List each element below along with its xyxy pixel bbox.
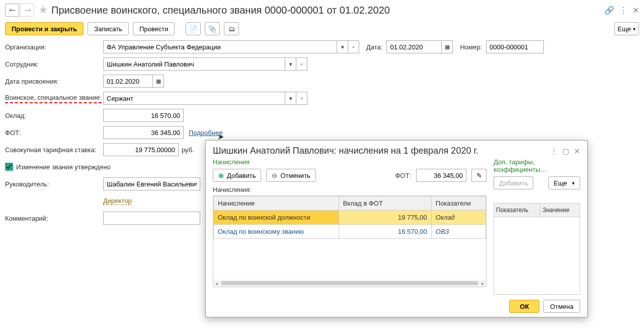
- tariff-label: Совокупная тарифная ставка:: [5, 146, 103, 154]
- org-dropdown-icon[interactable]: ▾: [337, 40, 348, 53]
- manager-label: Руководитель:: [5, 180, 103, 188]
- org-label: Организация:: [5, 43, 103, 51]
- edit-button[interactable]: ✎: [471, 169, 487, 182]
- number-input[interactable]: [486, 40, 544, 53]
- manager-position-link[interactable]: Директор: [103, 197, 132, 205]
- assign-date-input[interactable]: [103, 75, 153, 88]
- cancel-dialog-button[interactable]: Отмена: [543, 300, 580, 313]
- accruals-table[interactable]: Начисление Вклад в ФОТ Показатели Оклад …: [213, 195, 487, 287]
- attach-icon-button[interactable]: 📎: [205, 22, 220, 35]
- link-icon[interactable]: 🔗: [604, 6, 614, 15]
- popup-fot-input[interactable]: [416, 169, 466, 182]
- popup-maximize-icon[interactable]: ▢: [562, 147, 569, 155]
- assign-date-calendar-icon[interactable]: ▦: [153, 75, 164, 88]
- details-link[interactable]: Подробнее: [189, 129, 222, 137]
- fot-input[interactable]: [103, 126, 184, 139]
- table-row[interactable]: Оклад по воинскому званию 16 570,00 ОВЗ: [214, 225, 486, 239]
- rank-dropdown-icon[interactable]: ▾: [285, 92, 296, 105]
- popup-close-icon[interactable]: ✕: [574, 147, 580, 155]
- salary-input[interactable]: [103, 109, 184, 122]
- post-button[interactable]: Провести: [133, 22, 175, 35]
- popup-cancel-button[interactable]: ⊖Отменить: [266, 169, 315, 182]
- salary-label: Оклад:: [5, 112, 103, 119]
- favorite-icon[interactable]: ★: [38, 4, 48, 17]
- date-calendar-icon[interactable]: ▦: [442, 40, 453, 53]
- indicators-table[interactable]: Показатель Значение: [494, 203, 580, 295]
- manager-input[interactable]: [103, 177, 200, 190]
- ok-button[interactable]: ОК: [509, 300, 539, 313]
- popup-more-button[interactable]: Еще: [548, 176, 580, 189]
- forward-button[interactable]: 🡒: [20, 4, 34, 17]
- col-fot: Вклад в ФОТ: [339, 196, 431, 211]
- employee-dropdown-icon[interactable]: ▾: [285, 57, 296, 71]
- date-label: Дата:: [366, 43, 382, 51]
- col-value: Значение: [540, 204, 580, 217]
- popup-add-button[interactable]: ⊕Добавить: [213, 169, 261, 182]
- rank-open-icon[interactable]: ▫: [296, 92, 307, 105]
- date-input[interactable]: [386, 40, 442, 53]
- more-button[interactable]: Еще: [614, 22, 639, 35]
- tariff-input[interactable]: [103, 143, 179, 156]
- pencil-icon: ✎: [476, 172, 482, 179]
- more-icon[interactable]: ⋮: [619, 6, 627, 15]
- col-accrual: Начисление: [214, 196, 339, 211]
- org-input[interactable]: [103, 40, 337, 53]
- rank-input[interactable]: [103, 92, 285, 105]
- fot-label: ФОТ:: [5, 129, 103, 137]
- print-icon-button[interactable]: 🗂: [224, 22, 239, 35]
- post-close-button[interactable]: Провести и закрыть: [5, 22, 84, 35]
- rank-label: Воинское, специальное звание:: [5, 94, 103, 103]
- window-title: Присвоение воинского, специального звани…: [51, 5, 599, 16]
- accruals-section-label: Начисления: [213, 158, 487, 166]
- org-open-icon[interactable]: ▫: [348, 40, 359, 53]
- col-indicators: Показатели: [431, 196, 486, 211]
- col-indicator: Показатель: [494, 204, 540, 217]
- plus-icon: ⊕: [218, 172, 224, 179]
- report-icon-button[interactable]: 📄: [186, 22, 201, 35]
- back-button[interactable]: 🡐: [5, 4, 19, 17]
- popup-title: Шишкин Анатолий Павлович: начисления на …: [213, 146, 545, 156]
- save-button[interactable]: Записать: [88, 22, 129, 35]
- tariff-unit: руб.: [182, 146, 194, 154]
- popup-add2-button[interactable]: Добавить: [494, 176, 533, 189]
- popup-fot-label: ФОТ:: [395, 172, 411, 179]
- approved-checkbox[interactable]: [5, 163, 13, 171]
- minus-icon: ⊖: [272, 172, 277, 179]
- accruals-popup: Шишкин Анатолий Павлович: начисления на …: [205, 140, 588, 317]
- extra-section-label[interactable]: Доп. тарифы, коэффициенты…: [494, 158, 580, 173]
- assign-date-label: Дата присвоения:: [5, 78, 103, 85]
- popup-more-icon[interactable]: ⋮: [550, 147, 557, 155]
- comment-input[interactable]: [103, 212, 200, 225]
- employee-label: Сотрудник:: [5, 60, 103, 68]
- employee-open-icon[interactable]: ▫: [296, 57, 307, 71]
- approved-label: Изменение звания утверждено: [16, 163, 111, 171]
- table-scrollbar[interactable]: [213, 280, 486, 287]
- table-row[interactable]: Оклад по воинской должности 19 775,00 Ок…: [214, 211, 486, 225]
- accruals-sub-label: Начисления:: [213, 186, 487, 193]
- comment-label: Комментарий:: [5, 215, 103, 222]
- number-label: Номер:: [460, 43, 482, 51]
- employee-input[interactable]: [103, 57, 285, 71]
- close-icon[interactable]: ✕: [632, 6, 639, 15]
